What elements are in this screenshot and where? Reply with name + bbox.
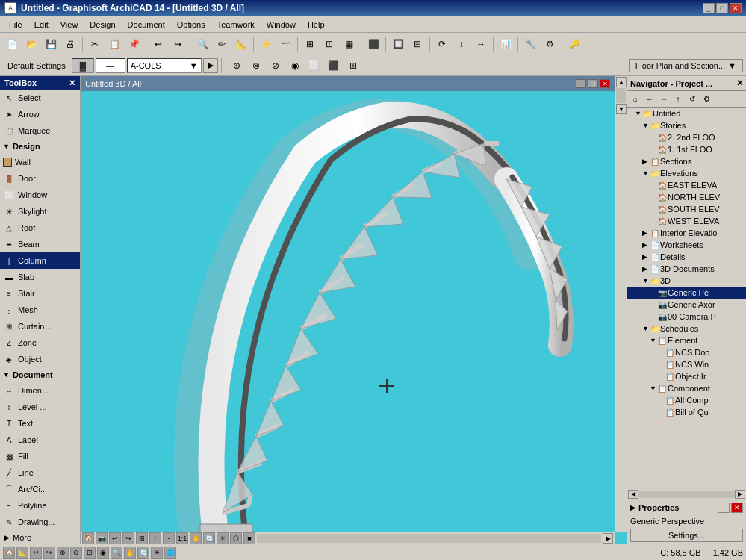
- toolbox-close-btn[interactable]: ✕: [69, 78, 75, 88]
- canvas-scrollbar-vertical[interactable]: ▲ ▼: [615, 76, 627, 532]
- menu-edit[interactable]: Edit: [28, 19, 55, 31]
- slab-tool[interactable]: ▬ Slab: [0, 269, 80, 285]
- print-button[interactable]: 🖨: [61, 36, 79, 52]
- tree-item-element[interactable]: ▼ 📋 Element: [627, 335, 746, 346]
- zoom-100-btn[interactable]: 1:1: [176, 532, 188, 544]
- nav-back-btn[interactable]: ←: [643, 93, 656, 105]
- tree-item-east-elev[interactable]: 🏠 EAST ELEVA: [627, 179, 746, 191]
- tree-item-floor2[interactable]: 🏠 2. 2nd FLOO: [627, 131, 746, 143]
- wall-tool[interactable]: Wall: [0, 154, 80, 170]
- settings-button[interactable]: Settings...: [630, 529, 743, 542]
- tree-item-north-elev[interactable]: 🏠 NORTH ELEV: [627, 191, 746, 203]
- label-tool[interactable]: A Label: [0, 432, 80, 448]
- t1-btn9[interactable]: ↔: [472, 36, 490, 52]
- t2-btn3[interactable]: ⊘: [267, 57, 285, 74]
- menu-window[interactable]: Window: [261, 19, 302, 31]
- nav-home-btn[interactable]: ⌂: [629, 93, 642, 105]
- view-icon2[interactable]: 📷: [96, 532, 108, 544]
- roof-tool[interactable]: △ Roof: [0, 220, 80, 236]
- arc-tool[interactable]: ⌒ Arc/Ci...: [0, 481, 80, 497]
- view-icon3[interactable]: ↩: [109, 532, 121, 544]
- document-section[interactable]: ▼ Document: [0, 367, 80, 382]
- t1-btn11[interactable]: 🔧: [521, 36, 539, 52]
- tree-item-ncs-win[interactable]: 📋 NCS Win: [627, 358, 746, 370]
- menu-help[interactable]: Help: [302, 19, 331, 31]
- tree-item-stories[interactable]: ▼ 📁 Stories: [627, 119, 746, 131]
- tree-item-sections[interactable]: ▶ 📋 Sections: [627, 155, 746, 167]
- status-icon12[interactable]: ☀: [151, 547, 163, 559]
- zoom-in-btn[interactable]: +: [149, 532, 161, 544]
- maximize-button[interactable]: □: [716, 3, 728, 13]
- new-button[interactable]: 📄: [3, 36, 21, 52]
- tree-item-all-comp[interactable]: 📋 All Comp: [627, 394, 746, 406]
- curtain-tool[interactable]: ⊞ Curtain...: [0, 318, 80, 335]
- tree-item-elevations[interactable]: ▼ 📁 Elevations: [627, 167, 746, 179]
- t2-btn7[interactable]: ⊞: [344, 57, 362, 74]
- t2-btn5[interactable]: ⬜: [305, 57, 323, 74]
- status-icon4[interactable]: ↪: [43, 547, 55, 559]
- status-icon6[interactable]: ⊖: [70, 547, 82, 559]
- tree-item-worksheets[interactable]: ▶ 📄 Worksheets: [627, 239, 746, 251]
- column-tool[interactable]: | Column: [0, 252, 80, 269]
- zoom-out-btn[interactable]: -: [163, 532, 175, 544]
- dimen-tool[interactable]: ↔ Dimen...: [0, 382, 80, 399]
- copy-button[interactable]: 📋: [105, 36, 123, 52]
- pencil-button[interactable]: 📐: [232, 36, 250, 52]
- status-icon10[interactable]: ✋: [124, 547, 136, 559]
- t1-btn13[interactable]: 🔑: [565, 36, 583, 52]
- canvas-area[interactable]: Untitled 3D / All _ □ ✕: [81, 76, 627, 544]
- nav-settings-btn[interactable]: ⚙: [700, 93, 713, 105]
- line-preview[interactable]: —: [96, 58, 125, 73]
- line-tool[interactable]: ╱ Line: [0, 464, 80, 481]
- t1-btn6[interactable]: ⊟: [408, 36, 426, 52]
- nav-scroll-right[interactable]: ▶: [735, 490, 745, 499]
- object-tool[interactable]: ◈ Object: [0, 351, 80, 367]
- tree-item-generic-pe[interactable]: 📷 Generic Pe: [627, 287, 746, 299]
- tree-item-floor1[interactable]: 🏠 1. 1st FLOO: [627, 143, 746, 155]
- stair-tool[interactable]: ≡ Stair: [0, 285, 80, 302]
- find-button[interactable]: 🔍: [193, 36, 211, 52]
- col-scheme-arrow[interactable]: ▶: [203, 58, 218, 73]
- t1-btn12[interactable]: ⚙: [541, 36, 559, 52]
- cut-button[interactable]: ✂: [86, 36, 104, 52]
- prop-close-btn[interactable]: ✕: [731, 503, 743, 513]
- scroll-down-btn[interactable]: ▼: [616, 104, 627, 114]
- marquee-tool[interactable]: ⬚ Marquee: [0, 122, 80, 139]
- status-icon11[interactable]: 🔄: [137, 547, 149, 559]
- status-icon8[interactable]: ◉: [97, 547, 109, 559]
- window-tool[interactable]: ⬜ Window: [0, 187, 80, 203]
- menu-options[interactable]: Options: [171, 19, 211, 31]
- fill-preview[interactable]: ▓: [72, 58, 94, 73]
- menu-design[interactable]: Design: [84, 19, 121, 31]
- tree-item-component[interactable]: ▼ 📋 Component: [627, 382, 746, 394]
- nav-scroll-left[interactable]: ◀: [628, 490, 638, 499]
- floor-plan-section-btn[interactable]: Floor Plan and Section... ▼: [629, 59, 743, 72]
- t1-btn4[interactable]: ⬛: [364, 36, 382, 52]
- menu-view[interactable]: View: [55, 19, 84, 31]
- tree-item-generic-ax[interactable]: 📷 Generic Axor: [627, 299, 746, 311]
- undo-button[interactable]: ↩: [149, 36, 167, 52]
- redo-button[interactable]: ↪: [169, 36, 187, 52]
- t2-btn4[interactable]: ◉: [286, 57, 304, 74]
- inner-maximize-btn[interactable]: □: [588, 79, 598, 88]
- t1-btn1[interactable]: ⊞: [301, 36, 319, 52]
- skylight-tool[interactable]: ☀ Skylight: [0, 203, 80, 220]
- status-icon7[interactable]: ⊡: [84, 547, 96, 559]
- tree-item-camera[interactable]: 📷 00 Camera P: [627, 311, 746, 323]
- status-icon9[interactable]: 🔍: [111, 547, 122, 559]
- minimize-button[interactable]: _: [703, 3, 715, 13]
- open-button[interactable]: 📂: [22, 36, 40, 52]
- tree-item-south-elev[interactable]: 🏠 SOUTH ELEV: [627, 203, 746, 215]
- default-settings-btn[interactable]: Default Settings: [3, 61, 70, 70]
- solid-btn[interactable]: ■: [243, 532, 255, 544]
- status-icon5[interactable]: ⊕: [57, 547, 69, 559]
- t1-btn7[interactable]: ⟳: [433, 36, 451, 52]
- t1-btn8[interactable]: ↕: [453, 36, 470, 52]
- design-section[interactable]: ▼ Design: [0, 139, 80, 154]
- t1-btn3[interactable]: ▦: [340, 36, 358, 52]
- polyline-tool[interactable]: ⌐ Polyline: [0, 497, 80, 514]
- mesh-tool[interactable]: ⋮ Mesh: [0, 302, 80, 318]
- arrow-tool[interactable]: ➤ Arrow: [0, 106, 80, 122]
- select-tool[interactable]: ↖ Select: [0, 90, 80, 106]
- beam-tool[interactable]: ━ Beam: [0, 236, 80, 252]
